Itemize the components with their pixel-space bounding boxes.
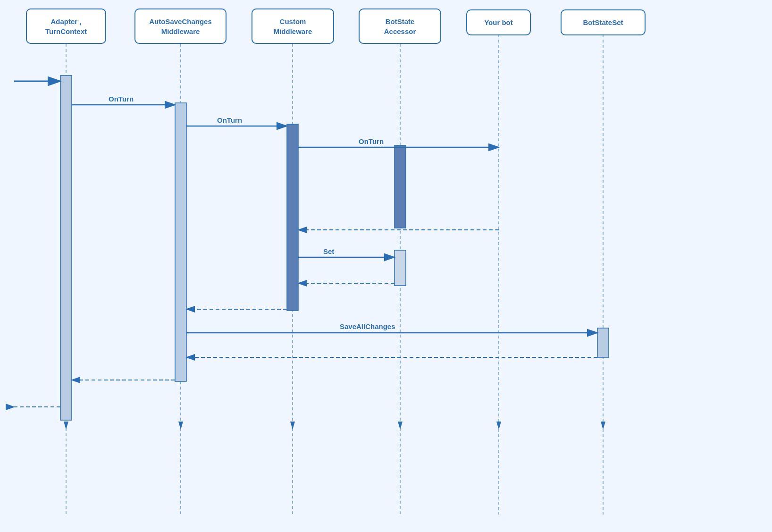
actor-botstateset: BotStateSet	[561, 9, 646, 35]
svg-rect-10	[175, 103, 186, 381]
sequence-diagram: OnTurn OnTurn OnTurn Set SaveAllChanges	[0, 0, 772, 532]
svg-text:OnTurn: OnTurn	[359, 137, 384, 145]
svg-rect-12	[394, 145, 406, 228]
svg-rect-14	[597, 328, 609, 357]
svg-text:OnTurn: OnTurn	[217, 116, 242, 124]
actor-autosave: AutoSaveChangesMiddleware	[134, 8, 227, 44]
svg-rect-2	[0, 0, 772, 532]
svg-text:OnTurn: OnTurn	[109, 95, 134, 103]
svg-rect-9	[60, 76, 72, 420]
svg-text:SaveAllChanges: SaveAllChanges	[340, 322, 395, 330]
svg-text:Set: Set	[323, 247, 334, 255]
actor-botstate: BotStateAccessor	[359, 8, 441, 44]
diagram-svg: OnTurn OnTurn OnTurn Set SaveAllChanges	[0, 0, 772, 532]
actor-yourbot: Your bot	[466, 9, 531, 35]
svg-rect-11	[287, 124, 298, 311]
svg-rect-13	[394, 250, 406, 286]
actor-adapter: Adapter ,TurnContext	[26, 8, 106, 44]
actor-custom: CustomMiddleware	[252, 8, 334, 44]
